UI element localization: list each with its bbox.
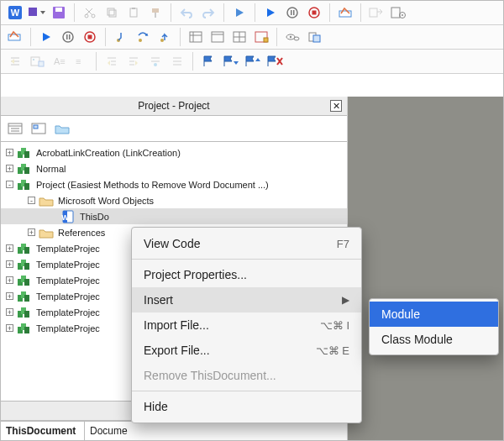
svg-rect-86 (24, 151, 29, 158)
menu-view-code[interactable]: View Code F7 (132, 231, 361, 256)
puzzle-dropdown-icon[interactable] (28, 3, 46, 22)
run-start-icon[interactable] (230, 3, 249, 22)
svg-text:≡: ≡ (76, 56, 81, 66)
flag-delete-icon[interactable] (265, 52, 283, 71)
svg-rect-36 (190, 32, 202, 42)
menu-import-file[interactable]: Import File... ⌥⌘ I (132, 312, 361, 338)
tree-item-label: TemplateProjec (36, 307, 100, 318)
project-context-menu[interactable]: View Code F7 Project Properties... Inser… (131, 227, 362, 423)
tree-expander-icon[interactable]: + (6, 292, 13, 300)
view-object-icon[interactable] (29, 120, 48, 137)
tree-item-vba-icon (15, 162, 34, 176)
run-icon[interactable] (261, 3, 280, 22)
project-settings-icon[interactable] (389, 3, 407, 22)
view-code-icon[interactable] (6, 120, 24, 137)
tree-expander-icon[interactable]: + (6, 165, 13, 172)
svg-rect-92 (24, 183, 29, 190)
record-macro-icon[interactable] (6, 28, 24, 46)
menu-insert-label: Insert (144, 293, 173, 307)
step-out-icon[interactable] (155, 28, 174, 46)
svg-marker-27 (43, 33, 50, 41)
svg-rect-5 (55, 8, 62, 12)
tree-expander-icon[interactable]: + (6, 308, 13, 316)
submenu-module[interactable]: Module (370, 302, 498, 327)
toolbar-main: W (1, 1, 503, 25)
locals-icon[interactable] (186, 28, 205, 46)
svg-rect-45 (264, 38, 268, 42)
toggle-folders-icon[interactable] (53, 120, 71, 137)
design-mode-icon[interactable] (336, 3, 354, 22)
save-icon[interactable] (50, 3, 68, 22)
tree-expander-icon[interactable]: + (28, 228, 35, 236)
bookmark-prev-icon[interactable] (102, 52, 121, 71)
project-view-toolbar (1, 116, 347, 142)
svg-marker-3 (40, 11, 45, 14)
menu-export-file[interactable]: Export File... ⌥⌘ E (132, 338, 361, 363)
menu-separator (132, 259, 361, 260)
menu-project-properties[interactable]: Project Properties... (132, 262, 361, 287)
svg-point-35 (160, 39, 164, 42)
tree-row[interactable]: WThisDo (1, 208, 347, 224)
tree-expander-icon[interactable]: + (6, 324, 13, 332)
menu-hide[interactable]: Hide (132, 394, 361, 419)
menu-insert[interactable]: Insert ▶ (132, 287, 361, 312)
svg-marker-15 (267, 8, 275, 17)
watch-icon[interactable] (230, 28, 249, 46)
separator (360, 3, 361, 22)
tree-row[interactable]: +Normal (1, 160, 347, 176)
comment-icon[interactable] (168, 52, 186, 71)
chevron-right-icon: ▶ (342, 294, 349, 306)
pause-icon[interactable] (283, 3, 302, 22)
indent-icon[interactable] (28, 52, 46, 71)
menu-export-key: ⌥⌘ E (316, 344, 349, 357)
submenu-class-module[interactable]: Class Module (370, 327, 498, 352)
svg-marker-75 (255, 58, 260, 61)
tree-expander-icon[interactable]: + (6, 260, 13, 268)
svg-rect-2 (29, 8, 37, 16)
word-app-icon[interactable]: W (6, 3, 24, 22)
tree-item-label: Normal (36, 164, 66, 174)
menu-view-code-label: View Code (144, 237, 200, 250)
tree-item-vba-icon (15, 258, 34, 271)
svg-rect-110 (24, 311, 29, 318)
tree-expander-icon[interactable]: + (6, 149, 13, 156)
immediate-icon[interactable] (208, 28, 227, 46)
toggle-bookmark-icon[interactable] (146, 52, 165, 71)
pause-icon-2[interactable] (59, 28, 77, 46)
svg-point-47 (290, 36, 291, 38)
step-over-icon[interactable] (134, 28, 152, 46)
panel-close-button[interactable]: ✕ (330, 100, 342, 112)
redo-icon[interactable] (199, 3, 218, 22)
stop-icon-2[interactable] (81, 28, 99, 46)
svg-rect-12 (152, 8, 159, 13)
list-icon[interactable]: ≡ (71, 52, 90, 71)
stack-icon[interactable] (252, 28, 270, 46)
outdent-icon[interactable] (6, 52, 24, 71)
tree-expander-icon[interactable]: - (6, 181, 13, 188)
property-name-value[interactable]: Docume (85, 422, 347, 440)
bookmark-next-icon[interactable] (124, 52, 143, 71)
flag-prev-icon[interactable] (243, 52, 261, 71)
step-into-icon[interactable] (112, 28, 130, 46)
tree-row[interactable]: -Project (Easiest Methods to Remove Word… (1, 176, 347, 192)
tree-expander-icon[interactable]: - (28, 197, 35, 204)
stop-icon[interactable] (305, 3, 323, 22)
svg-rect-22 (370, 8, 377, 17)
flag-icon[interactable] (199, 52, 218, 71)
tree-item-vba-icon (15, 306, 34, 319)
browse-icon[interactable] (367, 3, 386, 22)
quick-watch-icon[interactable] (283, 28, 302, 46)
tree-expander-icon[interactable]: + (6, 244, 13, 252)
insert-submenu[interactable]: Module Class Module (369, 298, 499, 355)
tree-item-vba-icon (15, 146, 34, 160)
flag-next-icon[interactable] (221, 52, 239, 71)
tree-row[interactable]: -Microsoft Word Objects (1, 192, 347, 208)
svg-marker-74 (234, 61, 239, 65)
undo-icon[interactable] (177, 3, 196, 22)
svg-rect-89 (24, 167, 29, 174)
uppercase-icon[interactable]: A≡ (50, 52, 68, 71)
tree-expander-icon[interactable]: + (6, 276, 13, 284)
play-icon[interactable] (37, 28, 55, 46)
options-icon[interactable] (305, 28, 323, 46)
tree-row[interactable]: +AcrobatLinkCreation (LinkCreation) (1, 144, 347, 160)
